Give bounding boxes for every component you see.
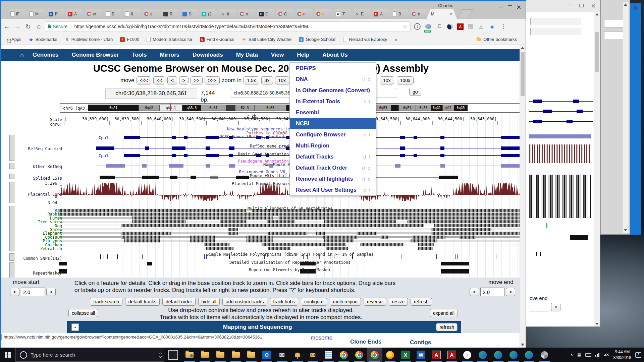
- contigs-link[interactable]: Contigs: [410, 339, 431, 346]
- tab-close-icon[interactable]: ×: [449, 11, 452, 16]
- bookmark-item[interactable]: SPubMed home - Utah: [65, 37, 113, 42]
- taskbar-icon-folder-user[interactable]: [182, 348, 197, 362]
- bookmark-item[interactable]: ☀Salt Lake City Weathe: [242, 37, 291, 42]
- menu-item-default-tracks[interactable]: Default Tracksd t: [290, 151, 376, 162]
- track-search-button[interactable]: track search: [90, 298, 122, 306]
- taskbar-icon-folder[interactable]: [228, 348, 244, 362]
- tab[interactable]: SIr: [216, 9, 239, 19]
- taskbar-icon-folder[interactable]: [197, 348, 213, 362]
- taskbar-icon-folder[interactable]: [244, 348, 259, 362]
- back-icon[interactable]: ←: [1, 23, 12, 30]
- menu-item-dna[interactable]: DNAv d: [290, 74, 376, 85]
- tab[interactable]: ▶A: [63, 9, 86, 19]
- tab[interactable]: n: [408, 9, 430, 19]
- docked-window-strip[interactable]: [630, 3, 641, 235]
- tab[interactable]: M: [25, 9, 48, 19]
- bookmark-item[interactable]: UFind e-Journal: [200, 37, 234, 42]
- zoom-out-button[interactable]: 100x: [397, 76, 414, 84]
- menu-item-remove-all-highlights[interactable]: Remove all highlightsh c: [290, 173, 376, 184]
- nav-item-help[interactable]: Help: [297, 52, 309, 58]
- configure-button[interactable]: configure: [301, 298, 327, 306]
- taskbar-icon-excel[interactable]: X: [398, 348, 413, 362]
- nav-item-view[interactable]: View: [271, 52, 284, 58]
- bookmark-item[interactable]: FF1000: [120, 37, 139, 42]
- track-sidebar[interactable]: [9, 163, 14, 169]
- bookmark-item[interactable]: Modern Statistics for: [147, 37, 193, 42]
- track-label[interactable]: 3.296 _: [45, 181, 62, 186]
- bookmark-star-icon[interactable]: ☆: [402, 23, 408, 30]
- track-label[interactable]: -3.94 _: [45, 200, 62, 205]
- home-icon[interactable]: ⌂: [34, 23, 44, 30]
- track-label[interactable]: Scale: [50, 117, 62, 122]
- taskbar-icon-folder[interactable]: [213, 348, 228, 362]
- diamond-extension-icon[interactable]: ◆: [489, 23, 495, 30]
- taskbar-icon-mail2[interactable]: ✉: [305, 348, 321, 362]
- tab[interactable]: iF: [6, 9, 29, 19]
- zoom-out-button[interactable]: 10x: [380, 76, 394, 84]
- tray-grid-icon[interactable]: ▦: [577, 352, 581, 357]
- taskbar-icon-notepad[interactable]: [321, 348, 336, 362]
- tab[interactable]: c: [140, 9, 163, 19]
- move-button[interactable]: <: [167, 76, 177, 84]
- c-extension-icon[interactable]: C: [436, 23, 443, 30]
- move-button[interactable]: >: [179, 76, 189, 84]
- bookmark-item[interactable]: SGoogle Scholar: [299, 37, 336, 42]
- move-end-input[interactable]: [480, 288, 504, 296]
- battery-icon[interactable]: [585, 353, 591, 357]
- bookmarks-overflow-icon[interactable]: »: [394, 37, 397, 42]
- tab[interactable]: B: [388, 9, 411, 19]
- track-sidebar[interactable]: [9, 174, 14, 179]
- tab[interactable]: B: [102, 9, 124, 19]
- menu-item-reset-all-user-settings[interactable]: Reset All User Settingsc r: [290, 184, 376, 195]
- chromosome-band-link[interactable]: mosome: [311, 335, 332, 341]
- tab[interactable]: SE: [350, 9, 373, 19]
- acrobat-extension-icon[interactable]: A: [457, 23, 464, 30]
- nav-item-tools[interactable]: Tools: [132, 52, 147, 58]
- track-sidebar[interactable]: [9, 253, 14, 261]
- move-button[interactable]: >>: [191, 76, 203, 84]
- edge-window[interactable]: [600, 0, 630, 235]
- taskbar-icon-itunes[interactable]: ♪: [460, 348, 475, 362]
- maximize-button[interactable]: [505, 3, 514, 11]
- track-label[interactable]: chr6:: [50, 122, 62, 127]
- menu-item-pdf-ps[interactable]: PDF/PS: [290, 63, 376, 74]
- group-refresh-button[interactable]: refresh: [436, 323, 458, 331]
- ucsc-home-icon[interactable]: ⌂: [20, 51, 24, 59]
- track-label[interactable]: RepeatMasker: [33, 271, 62, 276]
- move-start-forward-button[interactable]: >: [46, 288, 56, 296]
- multi-region-button[interactable]: multi-region: [330, 298, 361, 306]
- tab[interactable]: FA: [369, 9, 392, 19]
- tab[interactable]: C: [274, 9, 297, 19]
- move-start-input[interactable]: [21, 288, 45, 296]
- menu-item-ensembl[interactable]: Ensembl: [290, 107, 376, 118]
- track-label[interactable]: 0 -: [55, 194, 62, 199]
- zoom-in-button[interactable]: 1.5x: [244, 76, 259, 84]
- drive-extension-icon[interactable]: △: [478, 23, 484, 30]
- tab[interactable]: S: [178, 9, 201, 19]
- tab-active[interactable]: M×: [427, 9, 457, 19]
- default-order-button[interactable]: default order: [162, 298, 196, 306]
- background-window-scrollbar[interactable]: [594, 12, 600, 326]
- tab[interactable]: WT: [331, 9, 354, 19]
- refresh-button[interactable]: refresh: [411, 298, 432, 306]
- clock[interactable]: 9:44 AM 8/30/2018: [613, 349, 631, 361]
- move-button[interactable]: >>>: [205, 76, 220, 84]
- collapse-all-button[interactable]: collapse all: [68, 309, 98, 317]
- go-button[interactable]: go: [409, 88, 421, 96]
- bookmark-item[interactable]: ★Bookmarks: [29, 37, 57, 42]
- zoom-in-button[interactable]: 3x: [261, 76, 273, 84]
- network-icon[interactable]: [595, 353, 599, 357]
- info-extension-icon[interactable]: i: [414, 23, 421, 30]
- close-icon[interactable]: [591, 4, 595, 8]
- track-label[interactable]: Other RefSeq: [33, 164, 62, 169]
- menu-item-default-track-order[interactable]: Default Track Orderd o: [290, 162, 376, 173]
- close-button[interactable]: [514, 3, 523, 11]
- rss-extension-icon[interactable]: [468, 24, 473, 29]
- bg-move-end-forward-button[interactable]: >: [551, 303, 560, 311]
- track-hubs-button[interactable]: track hubs: [270, 298, 299, 306]
- track-sidebar[interactable]: [9, 262, 14, 279]
- menu-dots-icon[interactable]: ⋮: [500, 23, 506, 30]
- taskbar-icon-firefox[interactable]: [382, 348, 398, 362]
- taskbar-icon-chrome[interactable]: [367, 348, 382, 362]
- taskbar-icon-endnote[interactable]: [490, 348, 506, 362]
